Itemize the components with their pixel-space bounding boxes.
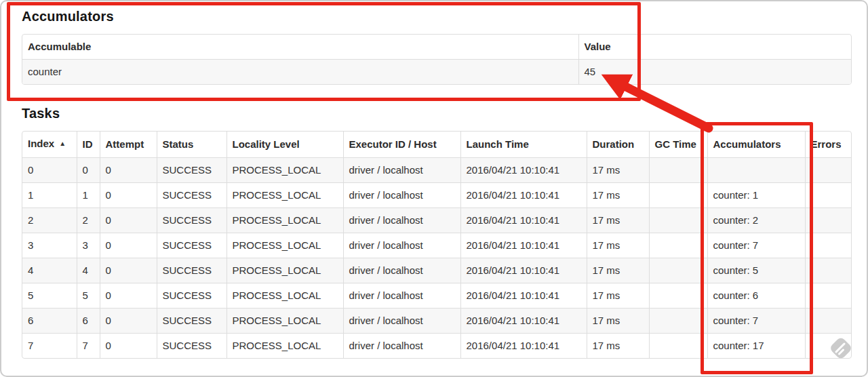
cell-executor-id-host: driver / localhost: [343, 208, 460, 233]
cell-errors: [805, 233, 851, 258]
column-header-executor-id-host[interactable]: Executor ID / Host: [343, 132, 460, 158]
column-header-launch-time[interactable]: Launch Time: [460, 132, 587, 158]
cell-accumulators: counter: 2: [707, 208, 805, 233]
cell-id: 3: [77, 233, 100, 258]
cell-launch-time: 2016/04/21 10:10:41: [460, 183, 587, 208]
column-header-errors[interactable]: Errors: [805, 132, 851, 158]
cell-duration: 17 ms: [587, 258, 649, 283]
cell-executor-id-host: driver / localhost: [343, 258, 460, 283]
cell-locality-level: PROCESS_LOCAL: [226, 233, 343, 258]
cell-id: 4: [77, 258, 100, 283]
cell-index: 6: [22, 309, 77, 334]
column-header-duration[interactable]: Duration: [587, 132, 649, 158]
spark-ui-stage-page: Accumulators AccumulableValue counter45 …: [0, 0, 868, 377]
accumulators-table: AccumulableValue counter45: [22, 35, 851, 84]
cell-duration: 17 ms: [587, 233, 649, 258]
table-row: 220SUCCESSPROCESS_LOCALdriver / localhos…: [22, 208, 851, 233]
cell-locality-level: PROCESS_LOCAL: [226, 158, 343, 183]
cell-index: 5: [22, 283, 77, 309]
table-row: 110SUCCESSPROCESS_LOCALdriver / localhos…: [22, 183, 851, 208]
cell-accumulators: [707, 158, 805, 183]
column-header-locality-level[interactable]: Locality Level: [226, 132, 343, 158]
table-row: 000SUCCESSPROCESS_LOCALdriver / localhos…: [22, 158, 851, 183]
cell-attempt: 0: [100, 233, 157, 258]
accumulators-table-body: counter45: [22, 60, 851, 85]
cell-errors: [805, 208, 851, 233]
tasks-section-title: Tasks: [22, 105, 849, 121]
cell-errors: [805, 309, 851, 334]
header-row: Index▲IDAttemptStatusLocality LevelExecu…: [22, 132, 851, 158]
cell-index: 7: [22, 334, 77, 359]
cell-gc-time: [649, 283, 707, 309]
cell-executor-id-host: driver / localhost: [343, 183, 460, 208]
table-row: counter45: [22, 60, 851, 85]
cell-attempt: 0: [100, 309, 157, 334]
column-header-accumulators[interactable]: Accumulators: [707, 132, 805, 158]
accumulators-table-header: AccumulableValue: [22, 35, 851, 60]
cell-locality-level: PROCESS_LOCAL: [226, 309, 343, 334]
cell-gc-time: [649, 183, 707, 208]
column-header-index[interactable]: Index▲: [22, 132, 77, 158]
cell-duration: 17 ms: [587, 283, 649, 309]
cell-value: 45: [578, 60, 851, 85]
cell-executor-id-host: driver / localhost: [343, 283, 460, 309]
cell-locality-level: PROCESS_LOCAL: [226, 334, 343, 359]
column-header-accumulable: Accumulable: [22, 35, 578, 60]
cell-gc-time: [649, 158, 707, 183]
column-header-value: Value: [578, 35, 851, 60]
cell-errors: [805, 158, 851, 183]
cell-launch-time: 2016/04/21 10:10:41: [460, 258, 587, 283]
cell-gc-time: [649, 208, 707, 233]
cell-launch-time: 2016/04/21 10:10:41: [460, 283, 587, 309]
cell-errors: [805, 183, 851, 208]
tasks-table-header: Index▲IDAttemptStatusLocality LevelExecu…: [22, 132, 851, 158]
cell-accumulators: counter: 17: [707, 334, 805, 359]
cell-duration: 17 ms: [587, 183, 649, 208]
cell-attempt: 0: [100, 208, 157, 233]
cell-errors: [805, 258, 851, 283]
cell-attempt: 0: [100, 158, 157, 183]
cell-executor-id-host: driver / localhost: [343, 158, 460, 183]
cell-index: 1: [22, 183, 77, 208]
accumulators-table-container: AccumulableValue counter45: [22, 34, 852, 85]
cell-accumulators: counter: 7: [707, 309, 805, 334]
cell-launch-time: 2016/04/21 10:10:41: [460, 208, 587, 233]
cell-accumulators: counter: 6: [707, 283, 805, 309]
cell-id: 6: [77, 309, 100, 334]
cell-id: 7: [77, 334, 100, 359]
cell-attempt: 0: [100, 334, 157, 359]
cell-accumulators: counter: 5: [707, 258, 805, 283]
column-header-attempt[interactable]: Attempt: [100, 132, 157, 158]
cell-status: SUCCESS: [157, 183, 226, 208]
cell-errors: [805, 283, 851, 309]
cell-locality-level: PROCESS_LOCAL: [226, 208, 343, 233]
cell-attempt: 0: [100, 258, 157, 283]
cell-gc-time: [649, 233, 707, 258]
table-row: 330SUCCESSPROCESS_LOCALdriver / localhos…: [22, 233, 851, 258]
cell-status: SUCCESS: [157, 283, 226, 309]
cell-attempt: 0: [100, 183, 157, 208]
cell-launch-time: 2016/04/21 10:10:41: [460, 309, 587, 334]
cell-launch-time: 2016/04/21 10:10:41: [460, 233, 587, 258]
cell-duration: 17 ms: [587, 158, 649, 183]
cell-status: SUCCESS: [157, 334, 226, 359]
cell-accumulators: counter: 7: [707, 233, 805, 258]
cell-accumulators: counter: 1: [707, 183, 805, 208]
cell-attempt: 0: [100, 283, 157, 309]
tasks-table-body: 000SUCCESSPROCESS_LOCALdriver / localhos…: [22, 158, 851, 359]
cell-locality-level: PROCESS_LOCAL: [226, 283, 343, 309]
cell-id: 0: [77, 158, 100, 183]
cell-index: 2: [22, 208, 77, 233]
cell-duration: 17 ms: [587, 208, 649, 233]
header-row: AccumulableValue: [22, 35, 851, 60]
watermark-icon: [827, 336, 854, 362]
cell-index: 0: [22, 158, 77, 183]
cell-executor-id-host: driver / localhost: [343, 334, 460, 359]
cell-locality-level: PROCESS_LOCAL: [226, 258, 343, 283]
cell-gc-time: [649, 309, 707, 334]
column-header-status[interactable]: Status: [157, 132, 226, 158]
column-header-id[interactable]: ID: [77, 132, 100, 158]
cell-status: SUCCESS: [157, 309, 226, 334]
cell-gc-time: [649, 258, 707, 283]
column-header-gc-time[interactable]: GC Time: [649, 132, 707, 158]
